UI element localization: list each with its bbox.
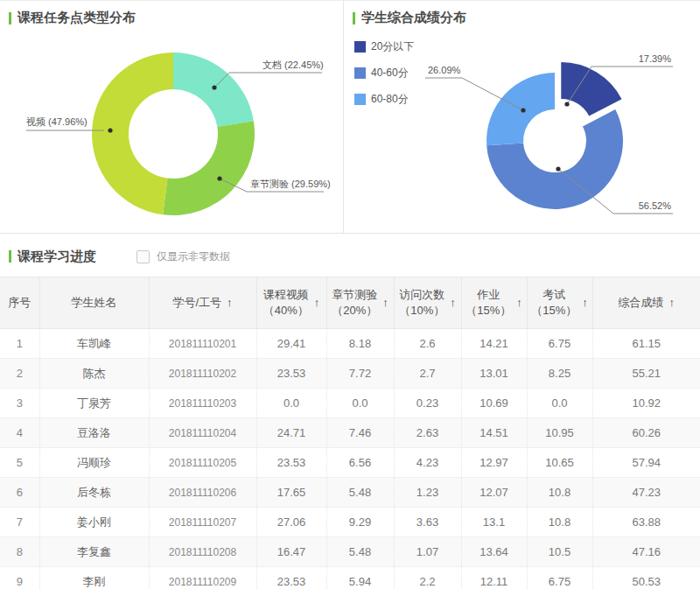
sort-arrow-icon[interactable]: ↑ <box>314 295 320 311</box>
table-row: 8李复鑫20181111020816.475.481.0713.6410.547… <box>0 537 700 567</box>
cell-course-video: 23.53 <box>256 448 326 478</box>
cell-homework: 12.11 <box>461 567 527 589</box>
cell-course-video: 24.71 <box>256 418 326 448</box>
column-weight: （40%） <box>263 303 309 319</box>
donut-slice-1[interactable] <box>163 121 255 215</box>
table-row: 5冯顺珍20181111020523.536.564.2312.9710.655… <box>0 448 700 478</box>
cell-student-name: 李复鑫 <box>39 537 149 567</box>
cell-index: 4 <box>0 418 39 448</box>
cell-chapter-quiz: 7.46 <box>326 418 394 448</box>
column-header-homework[interactable]: 作业（15%）↑ <box>461 277 527 329</box>
cell-visit-count: 2.63 <box>394 418 461 448</box>
sort-arrow-icon[interactable]: ↑ <box>582 295 588 311</box>
cell-exam: 10.8 <box>527 478 592 508</box>
column-header-chapter-quiz[interactable]: 章节测验（20%）↑ <box>326 277 394 329</box>
cell-student-name: 冯顺珍 <box>39 448 149 478</box>
legend-item-under-20[interactable]: 20分以下 <box>354 39 414 54</box>
cell-student-id: 201811110205 <box>149 448 256 478</box>
cell-total-score: 50.53 <box>592 567 700 589</box>
cell-visit-count: 2.6 <box>394 329 461 359</box>
cell-visit-count: 2.7 <box>394 359 461 389</box>
cell-visit-count: 2.2 <box>394 567 461 589</box>
cell-course-video: 23.53 <box>256 359 326 389</box>
cell-index: 7 <box>0 508 39 537</box>
cell-total-score: 55.21 <box>592 359 700 389</box>
cell-student-id: 201811110201 <box>149 329 256 359</box>
cell-visit-count: 3.63 <box>394 508 461 537</box>
cell-course-video: 0.0 <box>256 389 326 418</box>
nonzero-filter-label[interactable]: 仅显示非零数据 <box>157 249 230 264</box>
cell-total-score: 57.94 <box>592 448 700 478</box>
cell-course-video: 17.65 <box>256 478 326 508</box>
column-header-exam[interactable]: 考试（15%）↑ <box>527 277 592 329</box>
column-label: 学号/工号 <box>172 295 221 311</box>
cell-student-id: 201811110207 <box>149 508 256 537</box>
cell-chapter-quiz: 7.72 <box>326 359 394 389</box>
table-row: 7姜小刚20181111020727.069.293.6313.110.863.… <box>0 508 700 537</box>
cell-visit-count: 4.23 <box>394 448 461 478</box>
cell-index: 6 <box>0 478 39 508</box>
sort-arrow-icon[interactable]: ↑ <box>669 295 676 311</box>
cell-course-video: 16.47 <box>256 537 326 567</box>
column-header-total-score[interactable]: 综合成绩↑ <box>592 277 700 329</box>
legend-swatch <box>354 94 366 105</box>
cell-student-name: 车凯峰 <box>39 329 149 359</box>
donut-slice-2[interactable] <box>92 53 173 214</box>
sort-arrow-icon[interactable]: ↑ <box>382 295 388 311</box>
callout-dot <box>108 128 112 132</box>
legend-item-60-80[interactable]: 60-80分 <box>354 92 414 107</box>
cell-index: 5 <box>0 448 39 478</box>
column-label: 章节测验 <box>332 287 377 303</box>
donut-slice-0[interactable] <box>561 62 621 116</box>
legend-label: 60-80分 <box>371 92 409 107</box>
donut-slice-0[interactable] <box>173 53 254 127</box>
callout-dot <box>217 176 221 180</box>
cell-course-video: 29.41 <box>256 329 326 359</box>
sort-arrow-icon[interactable]: ↑ <box>450 295 456 311</box>
cell-total-score: 61.15 <box>592 329 700 359</box>
callout-dot <box>556 166 560 171</box>
cell-index: 3 <box>0 389 39 418</box>
column-header-student-name: 学生姓名 <box>39 277 149 329</box>
cell-chapter-quiz: 0.0 <box>326 389 394 418</box>
cell-student-id: 201811110203 <box>149 389 256 418</box>
sort-arrow-icon[interactable]: ↑ <box>227 295 233 311</box>
title-accent-bar <box>9 12 11 25</box>
callout-dot <box>212 85 216 89</box>
cell-homework: 12.07 <box>461 478 527 508</box>
progress-section-title: 课程学习进度 <box>9 249 96 265</box>
cell-student-name: 豆洛洛 <box>39 418 149 448</box>
column-header-student-id[interactable]: 学号/工号↑ <box>149 277 256 329</box>
callout-dot <box>564 102 569 106</box>
cell-student-name: 姜小刚 <box>39 508 149 537</box>
learning-progress-section: 课程学习进度 仅显示非零数据 序号学生姓名学号/工号↑课程视频（40%）↑章节测… <box>0 234 700 589</box>
table-row: 1车凯峰20181111020129.418.182.614.216.7561.… <box>0 329 700 359</box>
column-label: 学生姓名 <box>72 295 117 311</box>
cell-student-id: 201811110206 <box>149 478 256 508</box>
charts-row: 课程任务点类型分布 文档 (22.45%)章节测验 (29.59%)视频 (47… <box>0 0 700 234</box>
column-header-visit-count[interactable]: 访问次数（10%）↑ <box>394 277 461 329</box>
cell-student-name: 陈杰 <box>39 359 149 389</box>
cell-exam: 6.75 <box>527 567 592 589</box>
cell-index: 1 <box>0 329 39 359</box>
legend-swatch <box>354 41 366 53</box>
sort-arrow-icon[interactable]: ↑ <box>516 295 522 311</box>
cell-exam: 10.95 <box>527 418 592 448</box>
column-header-course-video[interactable]: 课程视频（40%）↑ <box>256 277 326 329</box>
callout-label: 56.52% <box>639 200 672 211</box>
column-header-index: 序号 <box>0 277 39 329</box>
cell-student-id: 201811110208 <box>149 537 256 567</box>
callout-label: 视频 (47.96%) <box>26 116 88 127</box>
cell-chapter-quiz: 5.48 <box>326 537 394 567</box>
column-label: 序号 <box>8 295 31 311</box>
nonzero-filter-checkbox[interactable] <box>136 250 150 263</box>
cell-homework: 13.01 <box>461 359 527 389</box>
cell-homework: 13.1 <box>461 508 527 537</box>
legend-item-40-60[interactable]: 40-60分 <box>354 66 414 81</box>
cell-index: 2 <box>0 359 39 389</box>
column-weight: （10%） <box>399 303 444 319</box>
cell-homework: 14.51 <box>461 418 527 448</box>
cell-chapter-quiz: 5.48 <box>326 478 394 508</box>
cell-visit-count: 0.23 <box>394 389 461 418</box>
cell-total-score: 63.88 <box>592 508 700 537</box>
